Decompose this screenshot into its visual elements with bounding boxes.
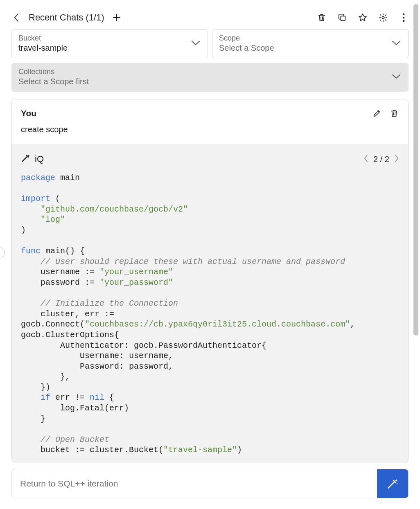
user-message: You create scope (12, 99, 408, 144)
page-title: Recent Chats (1/1) (29, 12, 104, 23)
collections-label: Collections (18, 68, 402, 76)
chat-area: You create scope iQ (11, 99, 409, 463)
svg-rect-0 (341, 16, 345, 20)
send-button[interactable] (377, 469, 408, 498)
ai-author: iQ (21, 153, 44, 165)
chat-input[interactable] (12, 469, 377, 498)
chevron-down-icon (191, 40, 200, 47)
topbar: Recent Chats (1/1) (11, 0, 409, 29)
response-pager: 2 / 2 (364, 154, 399, 164)
user-message-text: create scope (21, 125, 399, 134)
back-button[interactable] (11, 13, 21, 23)
svg-point-5 (397, 483, 397, 484)
ai-message: iQ 2 / 2 package main import ( "github.c… (12, 144, 408, 463)
copy-icon[interactable] (337, 13, 347, 23)
scope-selector[interactable]: Scope Select a Scope (212, 29, 409, 58)
svg-point-2 (403, 14, 405, 16)
user-author: You (21, 108, 36, 118)
svg-point-4 (403, 20, 405, 22)
svg-point-3 (403, 17, 405, 19)
scope-placeholder: Select a Scope (219, 43, 402, 53)
collections-placeholder: Select a Scope first (18, 77, 402, 86)
gear-icon[interactable] (378, 13, 388, 23)
bucket-label: Bucket (18, 34, 201, 43)
chat-input-bar (11, 469, 409, 498)
chevron-down-icon (392, 74, 401, 81)
star-icon[interactable] (358, 13, 368, 23)
bucket-value: travel-sample (18, 43, 201, 53)
scope-label: Scope (219, 34, 402, 43)
pager-next[interactable] (394, 154, 399, 164)
code-block: package main import ( "github.com/couchb… (21, 173, 399, 455)
pager-prev[interactable] (364, 154, 368, 164)
pager-count: 2 / 2 (373, 155, 389, 164)
delete-message-icon[interactable] (389, 108, 399, 118)
wand-icon (21, 153, 31, 165)
svg-point-1 (382, 16, 384, 19)
edit-icon[interactable] (372, 108, 382, 118)
delete-icon[interactable] (317, 13, 327, 23)
new-chat-button[interactable] (112, 13, 122, 23)
chevron-down-icon (392, 40, 401, 47)
panel-toggle[interactable] (0, 247, 5, 259)
more-menu-icon[interactable] (399, 13, 409, 23)
collections-selector: Collections Select a Scope first (11, 63, 409, 92)
bucket-selector[interactable]: Bucket travel-sample (11, 29, 208, 58)
